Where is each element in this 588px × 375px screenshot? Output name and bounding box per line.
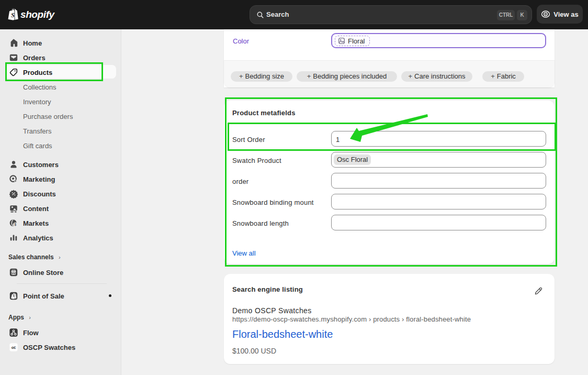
- svg-text:ᴏꞇ: ᴏꞇ: [12, 345, 16, 350]
- svg-text:S: S: [11, 12, 15, 19]
- svg-text:$: $: [14, 223, 16, 227]
